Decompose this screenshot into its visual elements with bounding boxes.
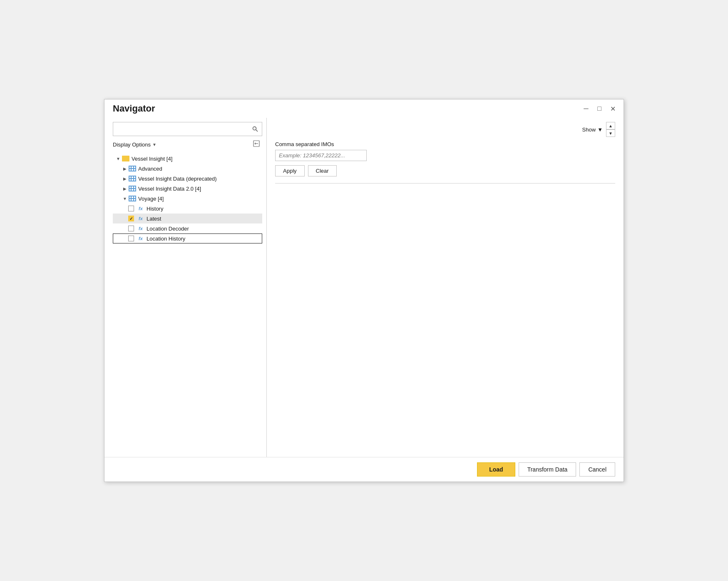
load-button[interactable]: Load [477, 462, 515, 477]
tree-item-label: Latest [147, 216, 161, 222]
latest-checkbox[interactable] [128, 216, 134, 221]
window-controls: ─ □ ✕ [580, 103, 619, 114]
tree-item-vessel-insight[interactable]: ▼ Vessel Insight [4] [113, 154, 262, 164]
tree-item-label: Location History [147, 236, 185, 242]
divider [275, 183, 615, 184]
maximize-button[interactable]: □ [594, 103, 605, 114]
search-bar [113, 122, 262, 136]
left-panel: Display Options ▼ ▼ [104, 118, 267, 457]
scroll-down-button[interactable]: ▼ [606, 129, 615, 137]
tree-item-voyage[interactable]: ▼ Voyage [4] [113, 194, 262, 204]
display-options-row: Display Options ▼ [113, 139, 262, 149]
display-options-button[interactable]: Display Options ▼ [113, 142, 157, 148]
close-button[interactable]: ✕ [607, 103, 619, 114]
show-label: Show [582, 127, 596, 133]
fx-icon: fx [137, 205, 145, 212]
window-title: Navigator [113, 103, 155, 114]
refresh-icon [253, 140, 260, 147]
search-button[interactable] [248, 122, 262, 136]
search-input[interactable] [113, 124, 248, 135]
imos-section: Comma separated IMOs Apply Clear [275, 141, 615, 187]
imos-label: Comma separated IMOs [275, 141, 615, 147]
panel-arrows: ▲ ▼ [606, 122, 615, 137]
location-history-checkbox[interactable] [128, 236, 134, 241]
right-panel-header: Show ▼ ▲ ▼ [275, 122, 615, 137]
show-dropdown-button[interactable]: Show ▼ [582, 127, 603, 133]
chevron-down-icon: ▼ [597, 127, 603, 133]
minimize-button[interactable]: ─ [580, 103, 592, 114]
imos-input[interactable] [275, 150, 367, 161]
scroll-up-button[interactable]: ▲ [606, 122, 615, 129]
right-panel: Show ▼ ▲ ▼ Comma separated IMOs Apply Cl… [267, 118, 624, 457]
clear-button[interactable]: Clear [308, 165, 337, 176]
display-options-label: Display Options [113, 142, 151, 148]
expand-icon: ▶ [122, 186, 128, 191]
search-icon [252, 126, 258, 132]
transform-data-button[interactable]: Transform Data [519, 462, 576, 477]
tree-item-label: Voyage [4] [138, 196, 164, 202]
collapse-icon: ▼ [122, 196, 128, 201]
cancel-button[interactable]: Cancel [579, 462, 615, 477]
tree-item-label: Advanced [138, 166, 162, 172]
location-decoder-checkbox[interactable] [128, 226, 134, 231]
tree-item-vessel-insight-data-deprecated[interactable]: ▶ Vessel Insight Data (deprecated) [113, 174, 262, 184]
imos-buttons: Apply Clear [275, 165, 615, 176]
bottom-bar: Load Transform Data Cancel [104, 457, 624, 482]
fx-icon: fx [137, 235, 145, 242]
expand-icon: ▶ [122, 166, 128, 171]
apply-button[interactable]: Apply [275, 165, 305, 176]
history-checkbox[interactable] [128, 206, 134, 211]
tree-item-label: History [147, 206, 163, 212]
expand-icon: ▶ [122, 176, 128, 181]
tree-item-label: Vessel Insight [4] [132, 156, 172, 162]
table-icon [128, 195, 137, 202]
navigator-window: Navigator ─ □ ✕ Display O [104, 99, 624, 482]
tree-item-location-history[interactable]: fx Location History [113, 233, 262, 243]
table-icon [128, 185, 137, 192]
table-icon [128, 165, 137, 172]
folder-icon [122, 155, 130, 162]
main-content: Display Options ▼ ▼ [104, 118, 624, 457]
tree-item-advanced[interactable]: ▶ Advanced [113, 164, 262, 174]
svg-line-1 [256, 130, 258, 132]
fx-icon: fx [137, 225, 145, 232]
chevron-down-icon: ▼ [152, 142, 157, 147]
title-bar: Navigator ─ □ ✕ [104, 99, 624, 114]
table-icon [128, 175, 137, 182]
tree: ▼ Vessel Insight [4] ▶ [113, 154, 262, 243]
tree-item-latest[interactable]: fx Latest [113, 214, 262, 223]
tree-item-history[interactable]: fx History [113, 204, 262, 214]
tree-item-label: Vessel Insight Data 2.0 [4] [138, 186, 201, 192]
fx-icon: fx [137, 215, 145, 222]
collapse-icon: ▼ [115, 156, 122, 161]
tree-item-vessel-insight-data-2[interactable]: ▶ Vessel Insight Data 2.0 [4] [113, 184, 262, 194]
tree-item-label: Location Decoder [147, 226, 189, 232]
svg-point-0 [253, 127, 256, 130]
tree-item-label: Vessel Insight Data (deprecated) [138, 176, 217, 182]
tree-item-location-decoder[interactable]: fx Location Decoder [113, 223, 262, 233]
refresh-button[interactable] [251, 139, 262, 149]
